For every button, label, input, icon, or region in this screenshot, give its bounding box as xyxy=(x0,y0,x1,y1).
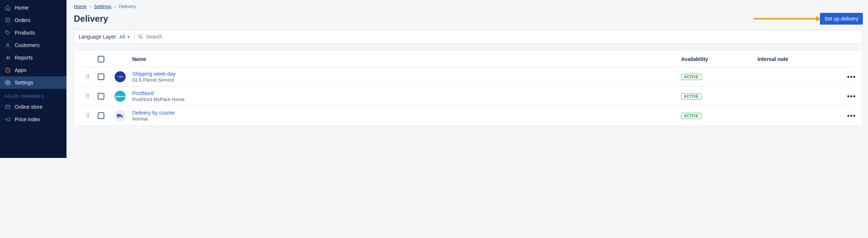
col-name: Name xyxy=(132,56,678,62)
sidebar-item-products[interactable]: Products xyxy=(0,26,66,39)
breadcrumb-home[interactable]: Home xyxy=(74,4,87,9)
svg-text:GLS: GLS xyxy=(119,76,123,78)
row-subtitle: PostNord MyPack Home xyxy=(132,97,678,102)
sidebar-item-price-index[interactable]: Price index xyxy=(0,113,66,126)
online-store-icon xyxy=(4,104,11,110)
home-icon xyxy=(4,4,11,11)
sidebar-item-customers[interactable]: Customers xyxy=(0,39,66,51)
language-layer-label: Language Layer: xyxy=(79,34,117,40)
svg-rect-8 xyxy=(6,105,10,108)
annotation-arrow xyxy=(754,18,816,19)
sidebar-item-label: Apps xyxy=(15,67,26,73)
row-actions-menu[interactable]: ••• xyxy=(834,73,856,81)
sidebar-item-label: Settings xyxy=(15,80,33,86)
sidebar-item-label: Price index xyxy=(15,116,40,122)
setup-delivery-button[interactable]: Set up delivery xyxy=(820,13,863,25)
svg-point-9 xyxy=(138,35,141,38)
sidebar-item-apps[interactable]: Apps xyxy=(0,64,66,76)
status-badge: ACTIVE xyxy=(681,113,702,119)
sidebar-item-label: Online store xyxy=(15,104,42,110)
chevron-down-icon: ▾ xyxy=(127,35,130,39)
sidebar-item-home[interactable]: Home xyxy=(0,1,66,14)
breadcrumb-settings[interactable]: Settings xyxy=(94,4,111,9)
row-actions-menu[interactable]: ••• xyxy=(834,92,856,101)
svg-point-12 xyxy=(118,117,119,118)
sidebar-item-settings[interactable]: Settings xyxy=(0,76,66,89)
orders-icon xyxy=(4,17,11,24)
row-checkbox[interactable] xyxy=(98,112,104,119)
row-title[interactable]: PostNord xyxy=(132,90,678,96)
row-subtitle: GLS Parcel Service xyxy=(132,77,678,83)
drag-handle-icon[interactable]: ⠿ xyxy=(81,93,95,100)
select-all-checkbox[interactable] xyxy=(98,56,104,62)
svg-rect-4 xyxy=(7,56,8,59)
chevron-right-icon: › xyxy=(114,4,116,9)
svg-rect-11 xyxy=(117,114,121,117)
sidebar-item-label: Orders xyxy=(15,17,30,23)
col-availability: Availability xyxy=(681,56,754,62)
svg-point-13 xyxy=(121,117,123,118)
row-title[interactable]: Shipping week-day xyxy=(132,71,678,77)
search-input[interactable] xyxy=(146,30,859,43)
sidebar-item-reports[interactable]: Reports xyxy=(0,51,66,64)
sidebar-item-label: Reports xyxy=(15,55,33,61)
customers-icon xyxy=(4,42,11,48)
language-layer-dropdown[interactable]: Language Layer: All ▾ xyxy=(74,30,134,43)
sidebar-item-label: Products xyxy=(15,30,35,36)
language-layer-value: All xyxy=(119,34,125,40)
sidebar-section-sales-channels: SALES CHANNELS xyxy=(0,89,66,101)
main-content: Home › Settings › Delivery Delivery Set … xyxy=(66,0,868,158)
sidebar-item-online-store[interactable]: Online store xyxy=(0,101,66,113)
svg-point-1 xyxy=(6,32,7,32)
row-title[interactable]: Delivery by courier xyxy=(132,110,678,116)
sidebar-item-orders[interactable]: Orders xyxy=(0,14,66,26)
settings-icon xyxy=(4,79,11,86)
table-row: ⠿ GLS Shipping week-day GLS Parcel Servi… xyxy=(81,67,856,87)
svg-point-7 xyxy=(7,82,8,83)
sidebar-item-label: Home xyxy=(15,5,28,11)
sidebar: Home Orders Products Customers Reports xyxy=(0,0,66,158)
drag-handle-icon[interactable]: ⠿ xyxy=(81,112,95,119)
row-checkbox[interactable] xyxy=(98,93,104,100)
table-row: ⠿ Delivery by courier Normal ACTIVE ••• xyxy=(81,106,856,125)
breadcrumb-current: Delivery xyxy=(119,4,136,9)
sidebar-item-label: Customers xyxy=(15,42,40,48)
price-index-icon xyxy=(4,116,11,123)
page-title: Delivery xyxy=(74,14,108,24)
provider-avatar-postnord: postnord xyxy=(115,91,126,102)
status-badge: ACTIVE xyxy=(681,93,702,100)
row-actions-menu[interactable]: ••• xyxy=(834,112,856,120)
svg-point-2 xyxy=(7,43,8,45)
products-icon xyxy=(4,29,11,36)
breadcrumb: Home › Settings › Delivery xyxy=(74,4,863,9)
row-checkbox[interactable] xyxy=(98,73,104,80)
filter-bar: Language Layer: All ▾ xyxy=(74,30,863,44)
apps-icon xyxy=(4,67,11,73)
provider-avatar-generic xyxy=(115,110,126,121)
svg-rect-3 xyxy=(6,57,7,60)
svg-rect-5 xyxy=(9,57,10,60)
delivery-table: Name Availability Internal note ⠿ GLS Sh… xyxy=(74,50,863,126)
table-row: ⠿ postnord PostNord PostNord MyPack Home… xyxy=(81,87,856,106)
search-icon xyxy=(138,34,143,39)
reports-icon xyxy=(4,54,11,61)
chevron-right-icon: › xyxy=(90,4,91,9)
drag-handle-icon[interactable]: ⠿ xyxy=(81,73,95,80)
provider-avatar-gls: GLS xyxy=(115,71,126,82)
col-internal-note: Internal note xyxy=(757,56,831,62)
row-subtitle: Normal xyxy=(132,116,678,122)
status-badge: ACTIVE xyxy=(681,74,702,80)
